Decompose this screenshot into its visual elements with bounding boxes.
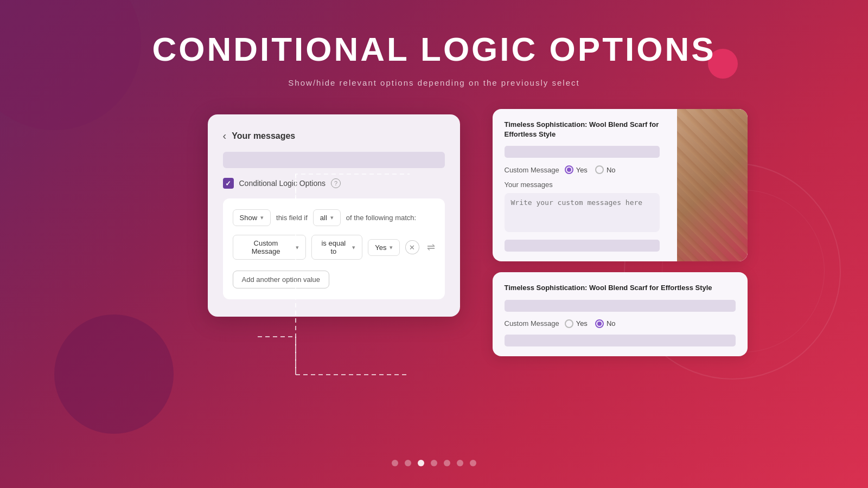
dot-1[interactable] (392, 460, 398, 466)
info-icon[interactable]: ? (331, 178, 341, 188)
following-match-label: of the following match: (346, 214, 416, 222)
panels-row: ‹ Your messages Conditional Logic Option… (0, 109, 868, 356)
radio-no-circle-top (595, 165, 604, 174)
radio-no-label-top: No (607, 166, 616, 174)
product-image-top (677, 109, 748, 261)
all-dropdown[interactable]: all ▾ (313, 209, 341, 226)
radio-group-bottom: Yes No (565, 319, 616, 328)
bottom-bar-bottom (505, 335, 736, 346)
chevron-down-icon: ▾ (260, 214, 264, 221)
yes-dropdown[interactable]: Yes ▾ (368, 239, 400, 256)
custom-message-row-top: Custom Message Yes No (505, 165, 660, 174)
product-bar-top (505, 146, 660, 158)
panel-header: ‹ Your messages (223, 130, 445, 142)
product-card-bottom: Timeless Sophistication: Wool Blend Scar… (493, 272, 748, 356)
your-messages-label: Your messages (505, 181, 660, 189)
radio-yes-label-top: Yes (576, 166, 588, 174)
connector-indicator: ⇌ (427, 241, 435, 253)
dot-7[interactable] (470, 460, 476, 466)
bottom-bar-top (505, 240, 660, 252)
pagination-dots (392, 460, 476, 466)
product-name-top: Timeless Sophistication: Wool Blend Scar… (505, 120, 660, 139)
radio-no-circle-bottom (595, 319, 604, 328)
conditional-logic-row: Conditional Logic Options ? (223, 178, 445, 189)
radio-yes-circle-top (565, 165, 573, 174)
dot-3-active[interactable] (418, 460, 424, 466)
message-textarea[interactable] (505, 193, 660, 232)
custom-message-label-bottom: Custom Message (505, 319, 559, 328)
logic-row1: Show ▾ this field if all ▾ of the follow… (233, 209, 435, 226)
page-title: CONDITIONAL LOGIC OPTIONS (152, 30, 716, 68)
remove-condition-button[interactable]: ✕ (405, 240, 419, 254)
logic-row2: Custom Message ▾ is equal to ▾ Yes ▾ ✕ ⇌ (233, 235, 435, 260)
product-bar-bottom (505, 300, 736, 312)
page-subtitle: Show/hide relevant options depending on … (288, 78, 579, 87)
custom-message-dropdown[interactable]: Custom Message ▾ (233, 235, 306, 260)
logic-box: Show ▾ this field if all ▾ of the follow… (223, 198, 445, 299)
show-dropdown[interactable]: Show ▾ (233, 209, 271, 226)
add-option-button[interactable]: Add another option value (233, 271, 330, 288)
radio-yes-top[interactable]: Yes (565, 165, 588, 174)
chevron-down-icon: ▾ (352, 244, 355, 251)
page-content: CONDITIONAL LOGIC OPTIONS Show/hide rele… (0, 0, 868, 356)
radio-yes-label-bottom: Yes (576, 319, 588, 328)
chevron-down-icon: ▾ (330, 214, 334, 221)
back-button[interactable]: ‹ (223, 130, 227, 142)
custom-message-row-bottom: Custom Message Yes No (505, 319, 736, 328)
conditional-logic-checkbox[interactable] (223, 178, 234, 189)
conditional-logic-label: Conditional Logic Options (239, 179, 326, 188)
dot-2[interactable] (405, 460, 411, 466)
search-bar (223, 152, 445, 168)
radio-no-bottom[interactable]: No (595, 319, 616, 328)
dot-4[interactable] (431, 460, 437, 466)
custom-message-label-top: Custom Message (505, 166, 559, 174)
radio-yes-bottom[interactable]: Yes (565, 319, 588, 328)
radio-yes-circle-bottom (565, 319, 573, 328)
radio-no-label-bottom: No (607, 319, 616, 328)
is-equal-dropdown[interactable]: is equal to ▾ (311, 235, 363, 260)
dot-6[interactable] (457, 460, 463, 466)
product-card-top: Timeless Sophistication: Wool Blend Scar… (493, 109, 748, 261)
this-field-label: this field if (276, 214, 308, 222)
left-panel: ‹ Your messages Conditional Logic Option… (208, 114, 460, 317)
chevron-down-icon: ▾ (390, 244, 393, 251)
panel-title: Your messages (232, 131, 295, 141)
chevron-down-icon: ▾ (296, 244, 299, 251)
dot-5[interactable] (444, 460, 450, 466)
right-panels: Timeless Sophistication: Wool Blend Scar… (493, 109, 748, 356)
product-card-inner-top: Timeless Sophistication: Wool Blend Scar… (505, 120, 660, 252)
product-name-bottom: Timeless Sophistication: Wool Blend Scar… (505, 283, 736, 293)
radio-no-top[interactable]: No (595, 165, 616, 174)
radio-group-top: Yes No (565, 165, 616, 174)
